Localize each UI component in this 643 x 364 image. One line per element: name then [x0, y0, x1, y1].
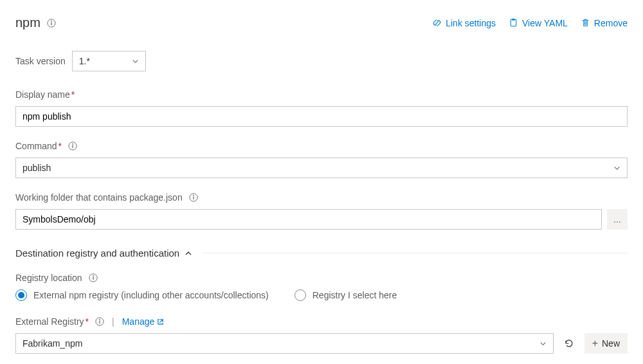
required-asterisk: *	[59, 141, 62, 151]
svg-rect-10	[193, 197, 194, 199]
ellipsis-icon: ...	[613, 214, 621, 224]
display-name-field: Display name*	[15, 89, 628, 127]
svg-rect-7	[72, 145, 73, 148]
svg-point-1	[51, 21, 52, 22]
command-label: Command*	[15, 141, 62, 151]
section-divider	[203, 253, 628, 253]
svg-rect-16	[99, 321, 100, 323]
working-folder-field: Working folder that contains package.jso…	[15, 192, 628, 230]
remove-button[interactable]: Remove	[581, 18, 628, 28]
svg-rect-13	[93, 277, 93, 280]
task-header: npm Link settings View YAML Remove	[15, 15, 628, 30]
command-select[interactable]: publish	[15, 158, 628, 178]
chevron-up-icon	[185, 250, 192, 257]
command-field: Command* publish	[15, 141, 628, 178]
info-icon[interactable]	[68, 141, 77, 150]
chevron-down-icon	[132, 58, 139, 65]
view-yaml-label: View YAML	[522, 18, 568, 28]
info-icon[interactable]	[47, 19, 56, 28]
registry-location-field: Registry location External npm registry …	[15, 273, 628, 301]
svg-point-12	[93, 275, 94, 277]
external-registry-field: External Registry* | Manage Fabrikam_npm…	[15, 316, 628, 354]
view-yaml-button[interactable]: View YAML	[509, 18, 568, 28]
radio-external-label: External npm registry (including other a…	[33, 290, 269, 300]
svg-rect-2	[51, 22, 51, 24]
chevron-down-icon	[539, 340, 547, 347]
radio-select-here[interactable]: Registry I select here	[294, 289, 397, 301]
registry-location-label: Registry location	[15, 273, 82, 283]
external-link-icon	[157, 318, 164, 325]
svg-point-9	[193, 195, 194, 196]
info-icon[interactable]	[95, 317, 104, 326]
header-actions: Link settings View YAML Remove	[432, 18, 628, 28]
clipboard-icon	[509, 18, 518, 28]
svg-point-6	[72, 143, 73, 145]
radio-external-registry[interactable]: External npm registry (including other a…	[15, 289, 269, 301]
svg-point-15	[99, 319, 100, 320]
chevron-down-icon	[613, 165, 620, 172]
manage-link[interactable]: Manage	[122, 316, 165, 327]
divider: |	[111, 316, 116, 327]
display-name-input[interactable]	[15, 106, 628, 127]
link-icon	[432, 18, 442, 28]
external-registry-select[interactable]: Fabrikam_npm	[15, 333, 554, 354]
header-left: npm	[15, 15, 56, 30]
working-folder-input[interactable]	[15, 209, 602, 230]
registry-location-radios: External npm registry (including other a…	[15, 289, 628, 301]
radio-indicator	[15, 289, 27, 301]
info-icon[interactable]	[189, 193, 198, 202]
trash-icon	[581, 18, 590, 28]
link-settings-label: Link settings	[446, 18, 496, 28]
new-button[interactable]: + New	[584, 333, 628, 354]
task-version-select[interactable]: 1.*	[72, 51, 146, 71]
info-icon[interactable]	[89, 273, 98, 282]
task-version-value: 1.*	[79, 56, 90, 66]
radio-indicator	[294, 289, 306, 301]
link-settings-button[interactable]: Link settings	[432, 18, 496, 28]
new-button-label: New	[602, 338, 620, 349]
required-asterisk: *	[86, 316, 89, 327]
command-value: publish	[23, 163, 51, 173]
plus-icon: +	[592, 338, 598, 349]
refresh-icon	[564, 338, 574, 349]
section-title: Destination registry and authentication	[15, 248, 179, 259]
svg-rect-3	[511, 19, 516, 26]
external-registry-value: Fabrikam_npm	[23, 338, 82, 349]
browse-button[interactable]: ...	[607, 209, 628, 230]
remove-label: Remove	[594, 18, 628, 28]
working-folder-label: Working folder that contains package.jso…	[15, 192, 183, 203]
display-name-label: Display name*	[15, 89, 75, 100]
refresh-button[interactable]	[559, 333, 579, 354]
external-registry-label: External Registry*	[15, 316, 89, 327]
required-asterisk: *	[71, 89, 75, 100]
task-title: npm	[15, 15, 41, 30]
radio-select-here-label: Registry I select here	[312, 290, 397, 300]
task-version-label: Task version	[15, 56, 66, 66]
destination-section-header[interactable]: Destination registry and authentication	[15, 248, 628, 259]
task-version-row: Task version 1.*	[15, 51, 628, 71]
